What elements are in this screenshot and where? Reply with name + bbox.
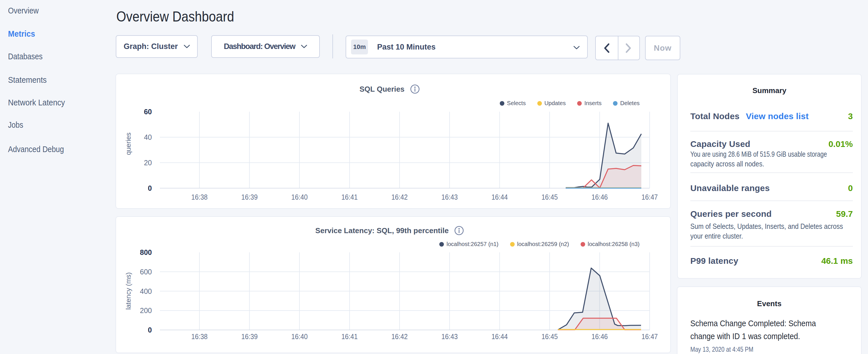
svg-text:16:46: 16:46 bbox=[591, 193, 608, 201]
svg-text:400: 400 bbox=[140, 287, 152, 295]
svg-text:0: 0 bbox=[148, 326, 152, 334]
svg-text:16:38: 16:38 bbox=[191, 193, 208, 201]
svg-text:16:47: 16:47 bbox=[642, 332, 658, 341]
svg-text:16:40: 16:40 bbox=[291, 193, 308, 201]
svg-text:200: 200 bbox=[140, 307, 152, 315]
svg-text:16:38: 16:38 bbox=[191, 332, 208, 341]
svg-text:800: 800 bbox=[140, 248, 152, 256]
svg-text:16:44: 16:44 bbox=[492, 193, 508, 201]
svg-text:0: 0 bbox=[148, 184, 152, 192]
svg-text:600: 600 bbox=[140, 268, 152, 276]
svg-text:16:45: 16:45 bbox=[541, 332, 558, 341]
svg-text:20: 20 bbox=[144, 159, 152, 167]
svg-text:16:45: 16:45 bbox=[541, 193, 558, 201]
svg-text:16:39: 16:39 bbox=[241, 193, 258, 201]
svg-text:16:47: 16:47 bbox=[642, 193, 658, 201]
svg-text:16:46: 16:46 bbox=[591, 332, 608, 341]
svg-text:16:40: 16:40 bbox=[291, 332, 308, 341]
svg-text:latency (ms): latency (ms) bbox=[124, 272, 132, 310]
svg-text:16:43: 16:43 bbox=[441, 193, 458, 201]
svg-text:queries: queries bbox=[124, 133, 132, 155]
svg-text:16:41: 16:41 bbox=[341, 193, 358, 201]
svg-text:16:43: 16:43 bbox=[441, 332, 458, 341]
svg-text:16:39: 16:39 bbox=[241, 332, 258, 341]
svg-text:16:42: 16:42 bbox=[392, 193, 408, 201]
svg-text:16:44: 16:44 bbox=[492, 332, 508, 341]
svg-text:40: 40 bbox=[144, 133, 152, 141]
svg-text:16:42: 16:42 bbox=[392, 332, 408, 341]
svg-text:60: 60 bbox=[144, 108, 152, 116]
svg-text:16:41: 16:41 bbox=[341, 332, 358, 341]
